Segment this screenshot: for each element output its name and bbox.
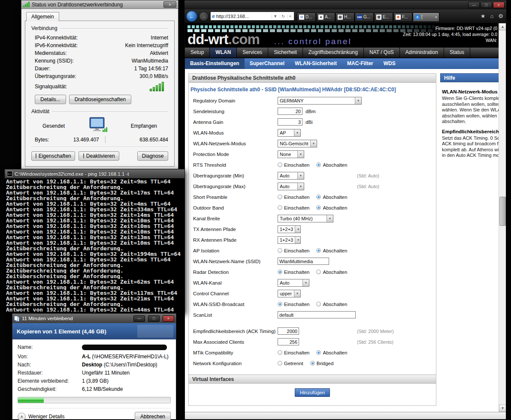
maximize-button[interactable]: □ — [481, 2, 492, 8]
subnav-tab-wds[interactable]: WDS — [378, 58, 401, 69]
copy-row-value: 6,12 MB/Sekunde — [82, 385, 171, 393]
favorites-star-icon[interactable]: ★ — [481, 13, 486, 19]
input-sendeleistung[interactable] — [278, 108, 302, 115]
subnav-tab-mac-filter[interactable]: MAC-Filter — [342, 58, 378, 69]
radio-option-abschalten[interactable]: Abschalten — [316, 205, 347, 210]
radio-option-einschalten[interactable]: Einschalten — [278, 270, 309, 275]
scrollbar-thumb[interactable] — [499, 197, 506, 226]
nav-tab-zugriffsbeschr-nkung[interactable]: Zugriffsbeschränkung — [303, 48, 364, 57]
back-button[interactable]: ← — [186, 11, 197, 22]
nav-tab-status[interactable]: Status — [444, 48, 470, 57]
scroll-down-arrow[interactable]: ▼ — [499, 405, 506, 412]
add-virtual-interface-button[interactable]: Hinzufügen — [295, 388, 330, 397]
nav-tab-wlan[interactable]: WLAN — [210, 48, 237, 57]
select-wlan-modus[interactable]: AP▼ — [278, 129, 301, 137]
browser-tab[interactable]: GD... — [297, 12, 316, 22]
console-output[interactable]: Antwort von 192.168.1.1: Bytes=32 Zeit=9… — [5, 178, 184, 313]
select-wlan-kanal[interactable]: Auto▼ — [278, 279, 309, 287]
subnav-tab-basis-einstellungen[interactable]: Basis-Einstellungen — [185, 58, 245, 69]
scroll-up-arrow[interactable]: ▲ — [499, 23, 506, 30]
input-scanlist[interactable] — [278, 311, 356, 318]
home-icon[interactable]: ⌂ — [490, 13, 493, 19]
radio-option-abschalten[interactable]: Abschalten — [316, 302, 347, 307]
diagnose-button[interactable]: Diagnose — [137, 151, 168, 161]
select-protection-mode[interactable]: None▼ — [278, 150, 304, 158]
select-rx-antennen-pfade[interactable]: 1+2+3▼ — [278, 236, 301, 244]
form-row: WLAN-Netzwerk-Name (SSID) — [189, 256, 436, 267]
vertical-scrollbar[interactable]: ▲ ▼ — [499, 23, 506, 412]
subnav-tab-superchannel[interactable]: SuperChannel — [245, 58, 290, 69]
select-tx-antennen-pfade[interactable]: 1+2+3▼ — [278, 225, 301, 233]
nav-tab-sicherheit[interactable]: Sicherheit — [268, 48, 302, 57]
details-button-row: Details... Drahtloseigenschaften — [31, 95, 168, 104]
radio-option-abschalten[interactable]: Abschalten — [316, 350, 347, 355]
radio-option-einschalten[interactable]: Einschalten — [278, 350, 309, 355]
nav-tab-nat-qos[interactable]: NAT / QoS — [364, 48, 400, 57]
form-label: Protection Mode — [193, 152, 278, 157]
radio-option-einschalten[interactable]: Einschalten — [278, 205, 309, 210]
radio-option-einschalten[interactable]: Einschalten — [278, 248, 309, 253]
input-antenna-gain[interactable] — [278, 118, 302, 126]
less-details-toggle[interactable]: ∧ Weniger Details — [18, 413, 64, 420]
radio-option-abschalten[interactable]: Abschalten — [316, 162, 347, 168]
close-button[interactable]: × — [163, 315, 174, 322]
select-bertragungsrate-max[interactable]: Auto▼ — [278, 183, 304, 190]
status-row-value: 1 Tag 14:56:17 — [134, 65, 168, 72]
radio-option-einschalten[interactable]: Einschalten — [278, 195, 309, 200]
wireless-properties-button[interactable]: Drahtloseigenschaften — [69, 95, 131, 104]
nav-tab-services[interactable]: Services — [237, 48, 268, 57]
browser-tab[interactable]: aA... — [316, 12, 335, 22]
gear-icon[interactable]: ⚙ — [498, 13, 503, 19]
browser-tab[interactable]: ◆F... — [393, 12, 412, 22]
deactivate-button[interactable]: Deaktivieren — [79, 151, 119, 161]
cancel-button[interactable]: Abbrechen — [135, 412, 171, 420]
minimize-button[interactable]: — — [468, 2, 480, 8]
radio-option-abschalten[interactable]: Abschalten — [316, 195, 347, 200]
radio-option-getrennt[interactable]: Getrennt — [278, 361, 303, 366]
cmd-titlebar[interactable]: C:\ C:\Windows\system32\cmd.exe - ping 1… — [5, 169, 184, 178]
wlan-status-titlebar[interactable]: Status von Drahtlosnetzwerkverbindung × — [21, 0, 178, 9]
input-empfindlichkeitsbereich-ack-timing[interactable] — [278, 327, 299, 335]
chevron-down-icon[interactable]: ▼ — [272, 14, 278, 18]
close-button[interactable]: × — [163, 1, 176, 8]
browser-tab[interactable]: GMXG... — [355, 12, 374, 22]
form-label: Network Konfiguration — [193, 361, 278, 366]
tab-allgemein[interactable]: Allgemein — [26, 12, 59, 21]
nav-tab-administration[interactable]: Administration — [400, 48, 444, 57]
input-wlan-netzwerk-name-ssid[interactable] — [278, 258, 329, 265]
forward-button[interactable]: → — [199, 12, 209, 21]
radio-option-abschalten[interactable]: Abschalten — [316, 248, 347, 253]
radio-option-bridged[interactable]: Bridged — [310, 361, 334, 366]
copy-dialog-footer: ∧ Weniger Details Abbrechen — [18, 408, 171, 420]
select-regulatory-domain[interactable]: GERMANY▼ — [278, 97, 362, 105]
copy-dialog-titlebar[interactable]: 11 Minuten verbleibend — □ × — [12, 314, 176, 323]
url-text[interactable]: http://192.168... — [216, 14, 271, 19]
input-max-associated-clients[interactable] — [278, 338, 299, 345]
maximize-button[interactable]: □ — [148, 315, 160, 322]
subnav-tab-wlan-sicherheit[interactable]: WLAN-Sicherheit — [290, 58, 342, 69]
radio-option-einschalten[interactable]: Einschalten — [278, 162, 309, 168]
select-bertragungsrate-min[interactable]: Auto▼ — [278, 172, 304, 180]
select-kanal-breite[interactable]: Turbo (40 MHz)▼ — [278, 215, 333, 222]
help-header: Hilfe — [440, 73, 499, 82]
stop-icon[interactable]: × — [287, 14, 293, 18]
console-line: Antwort von 192.168.1.1: Bytes=32 Zeit=9… — [6, 179, 184, 184]
radio-option-abschalten[interactable]: Abschalten — [316, 270, 347, 275]
console-line: Antwort von 192.168.1.1: Bytes=32 Zeit=1… — [6, 223, 184, 229]
select-wlan-netzwerk-modus[interactable]: NG-Gemischt▼ — [278, 140, 317, 147]
close-button[interactable]: × — [493, 2, 505, 8]
select-control-channel[interactable]: upper▼ — [278, 290, 301, 297]
radio-option-einschalten[interactable]: Einschalten — [278, 302, 309, 307]
properties-button[interactable]: Eigenschaften — [31, 151, 75, 161]
address-bar[interactable]: e http://192.168... ▼ ↻ × — [210, 12, 294, 21]
nav-tab-setup[interactable]: Setup — [185, 48, 210, 57]
browser-tab[interactable]: e[× — [413, 12, 439, 22]
copy-dialog-window: 11 Minuten verbleibend — □ × Kopieren vo… — [12, 313, 176, 420]
browser-tab[interactable]: ▥E... — [374, 12, 393, 22]
browser-tab[interactable]: ▤H... — [336, 12, 354, 22]
refresh-icon[interactable]: ↻ — [280, 14, 286, 18]
minimize-button[interactable]: — — [133, 315, 145, 322]
browser-titlebar[interactable]: — □ × — [184, 0, 506, 9]
tab-close-icon[interactable]: × — [435, 15, 437, 19]
details-button[interactable]: Details... — [35, 95, 66, 104]
